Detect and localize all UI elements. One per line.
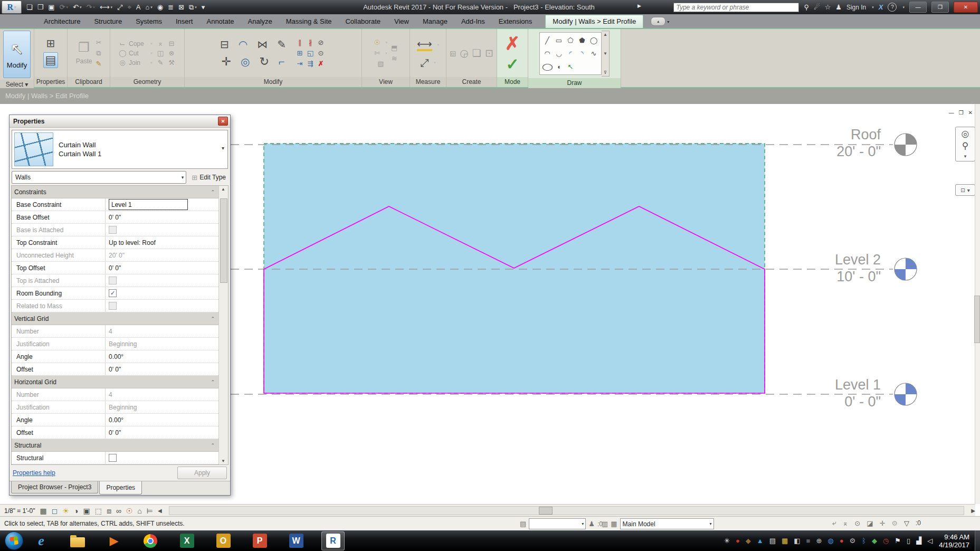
show-crop-region-icon[interactable]: ⧈ [107, 507, 111, 515]
tray-app-7-icon[interactable]: ◧ [794, 537, 800, 545]
thin-lines-icon[interactable]: ≣ [168, 0, 174, 14]
show-rendering-dialog-icon[interactable]: ▣ [83, 507, 90, 515]
split-element-icon[interactable]: ∥ [298, 39, 302, 46]
measure-along-element-icon[interactable]: ⤢ [420, 58, 429, 68]
section-horizontal-grid[interactable]: Horizontal Grid⌃ [12, 376, 218, 388]
network-signal-icon[interactable]: ▟ [916, 537, 921, 545]
measure-between-references-icon[interactable]: ⟷ [417, 39, 432, 51]
structural-checkbox[interactable] [109, 454, 117, 462]
favorites-icon[interactable]: ☆ [825, 3, 831, 11]
top-constraint-value[interactable]: Up to level: Roof [106, 239, 218, 246]
hscroll-left-icon[interactable]: ◀ [158, 508, 162, 514]
selection-settings-gear-icon[interactable]: ⚙ [891, 519, 898, 527]
section-icon[interactable]: ◉ [157, 0, 163, 14]
tab-annotate[interactable]: Annotate [199, 15, 241, 28]
taskbar-explorer[interactable] [66, 532, 89, 550]
default-3d-view-icon[interactable]: ⌂▾ [145, 0, 152, 14]
draw-scroll-down-icon[interactable]: ▼ [603, 51, 607, 56]
search-icon[interactable]: ⚲ [804, 3, 809, 11]
network-flag-icon[interactable]: ⚑ [895, 537, 901, 545]
canvas-vertical-scrollbar[interactable] [975, 104, 980, 504]
graphic-display-options-icon[interactable]: ≋ [392, 55, 397, 62]
copy-icon[interactable]: ⧉ [96, 50, 101, 56]
apply-button[interactable]: Apply [177, 467, 227, 479]
modify-button[interactable]: ↖ Modify [3, 31, 31, 78]
draw-scroll-more-icon[interactable]: ⊽ [604, 70, 607, 75]
tray-app-6-icon[interactable]: ▦ [782, 537, 788, 545]
taskbar-media-player[interactable]: ▶ [103, 532, 125, 550]
draw-arc-fillet-icon[interactable]: ◝ [581, 50, 583, 57]
cope-label[interactable]: Cope [129, 40, 147, 48]
pick-lines-icon[interactable]: ↖ [568, 63, 574, 70]
ribbon-minimize-caret-icon[interactable]: ▾ [667, 20, 669, 24]
help-icon[interactable]: ? [888, 3, 897, 12]
level-head-level2[interactable] [895, 258, 917, 280]
save-icon[interactable]: ▣ [48, 0, 54, 14]
tray-app-8-icon[interactable]: ■ [806, 537, 811, 545]
filter-category-dropdown[interactable]: Walls ▾ [12, 171, 186, 184]
hgrid-angle-value[interactable]: 0.00° [106, 416, 218, 424]
create-similar-icon[interactable]: ❏ [472, 48, 481, 58]
cut-profile-icon[interactable]: ▧ [377, 60, 384, 67]
type-selector-caret-icon[interactable]: ▾ [222, 145, 224, 151]
level-name[interactable]: Roof [791, 126, 881, 143]
scale-icon[interactable]: ◱ [307, 50, 313, 56]
zoom-caret-icon[interactable]: ▾ [964, 154, 967, 159]
view-minimize-icon[interactable]: — [949, 110, 954, 116]
palette-scrollbar[interactable]: ▲ ▼ [218, 186, 228, 464]
split-face-icon[interactable]: ⊟ [167, 40, 176, 47]
select-links-icon[interactable]: ⤶ [832, 519, 836, 527]
offset-icon[interactable]: ◠ [239, 39, 248, 50]
render-icon[interactable]: ⬒ [391, 44, 397, 51]
shadows-icon[interactable]: ◑ [74, 507, 78, 515]
draw-arc-center-ends-icon[interactable]: ◡ [556, 50, 562, 57]
temporary-view-properties-icon[interactable]: ⌂ [137, 507, 141, 515]
type-properties-icon[interactable]: ⊞ [46, 38, 55, 49]
tab-properties-palette[interactable]: Properties [99, 481, 142, 495]
trim-extend-corner-icon[interactable]: ⌐ [279, 56, 285, 67]
temporary-hide-isolate-icon[interactable]: ☉ [374, 39, 380, 46]
draw-scrollbar[interactable]: ▲ ▼ ⊽ [602, 31, 610, 77]
apply-coping-icon[interactable]: ⊗ [167, 50, 176, 56]
hgrid-offset-value[interactable]: 0' 0" [106, 429, 218, 436]
pin-icon[interactable]: ⊙ [318, 50, 324, 56]
customize-qat-icon[interactable]: ▾ [202, 0, 205, 14]
collapse-chevron-icon[interactable]: ⌃ [211, 316, 215, 321]
edit-profile-pencil-icon[interactable]: ✎ [156, 59, 165, 66]
legend-component-icon[interactable]: ⧈ [450, 48, 456, 58]
design-option-dropdown[interactable]: Main Model▾ [620, 518, 714, 529]
close-hidden-windows-icon[interactable]: ⊠ [178, 0, 184, 14]
create-group-icon[interactable]: ◶ [460, 48, 469, 58]
tab-manage[interactable]: Manage [416, 15, 454, 28]
paste-icon[interactable]: ❐ [78, 41, 90, 54]
vertical-scroll-thumb[interactable] [974, 296, 980, 343]
level-elevation[interactable]: 0' - 0" [791, 393, 881, 410]
search-input[interactable] [673, 3, 799, 12]
steering-wheel-icon[interactable]: ◎ [962, 129, 969, 138]
navigation-bar-options[interactable]: ⊡ ▾ [955, 184, 975, 196]
draw-scroll-up-icon[interactable]: ▲ [603, 32, 607, 37]
align-icon[interactable]: ⊟ [220, 39, 229, 50]
linework-icon[interactable]: ✄ [374, 50, 380, 56]
tray-app-4-icon[interactable]: ▲ [757, 537, 764, 545]
base-offset-value[interactable]: 0' 0" [106, 214, 218, 221]
tray-app-9-icon[interactable]: ⊕ [816, 537, 822, 545]
worksharing-display-icon[interactable]: ▥ [602, 520, 608, 528]
delete-icon[interactable]: ✗ [318, 60, 324, 67]
taskbar-ie[interactable]: e [30, 532, 52, 550]
view-close-icon[interactable]: ✕ [968, 110, 973, 116]
canvas-horizontal-scrollbar[interactable] [169, 506, 965, 515]
section-constraints[interactable]: Constraints⌃ [12, 186, 218, 198]
detail-level-icon[interactable]: ▦ [40, 507, 47, 515]
join-geometry-icon[interactable]: ◎ [119, 59, 126, 66]
sign-in-caret-icon[interactable]: ▾ [872, 5, 874, 10]
horizontal-scroll-thumb[interactable] [539, 507, 553, 515]
level-elevation[interactable]: 20' - 0" [791, 143, 881, 160]
split-with-gap-icon[interactable]: ∦ [309, 39, 312, 46]
workset-dropdown[interactable]: ▾ [529, 518, 586, 529]
mirror-pick-axis-icon[interactable]: ⋈ [257, 39, 268, 50]
switch-windows-icon[interactable]: ⧉▾ [189, 0, 197, 14]
tray-app-10-icon[interactable]: ◍ [827, 537, 833, 545]
cut-icon[interactable]: ✂ [96, 39, 101, 46]
level-elevation[interactable]: 10' - 0" [791, 268, 881, 285]
